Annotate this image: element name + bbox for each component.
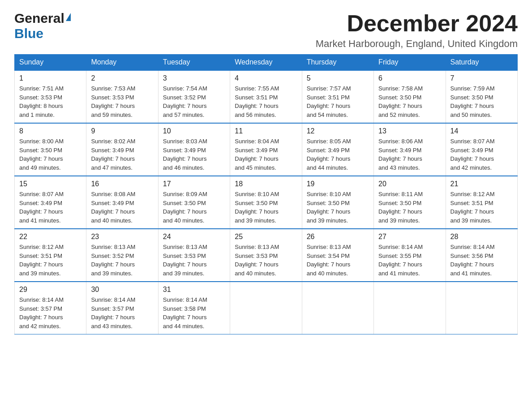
logo-general-text: General bbox=[14, 11, 64, 26]
logo-arrow-icon bbox=[66, 13, 71, 21]
day-number: 21 bbox=[450, 180, 513, 188]
logo-blue-text: Blue bbox=[14, 26, 43, 41]
calendar-day-cell: 26 Sunrise: 8:13 AMSunset: 3:54 PMDaylig… bbox=[302, 229, 373, 282]
day-info: Sunrise: 8:13 AMSunset: 3:52 PMDaylight:… bbox=[91, 243, 153, 278]
calendar-week-row: 29 Sunrise: 8:14 AMSunset: 3:57 PMDaylig… bbox=[15, 282, 518, 334]
location-title: Market Harborough, England, United Kingd… bbox=[316, 38, 518, 50]
day-number: 13 bbox=[378, 127, 441, 135]
day-info: Sunrise: 8:04 AMSunset: 3:49 PMDaylight:… bbox=[235, 137, 297, 172]
day-info: Sunrise: 7:54 AMSunset: 3:52 PMDaylight:… bbox=[163, 84, 225, 119]
calendar-day-cell: 20 Sunrise: 8:11 AMSunset: 3:50 PMDaylig… bbox=[374, 176, 446, 229]
calendar-day-cell: 2 Sunrise: 7:53 AMSunset: 3:53 PMDayligh… bbox=[86, 70, 158, 123]
day-info: Sunrise: 8:00 AMSunset: 3:50 PMDaylight:… bbox=[19, 137, 82, 172]
day-info: Sunrise: 7:55 AMSunset: 3:51 PMDaylight:… bbox=[235, 84, 297, 119]
calendar-day-cell: 7 Sunrise: 7:59 AMSunset: 3:50 PMDayligh… bbox=[446, 70, 517, 123]
calendar-week-row: 22 Sunrise: 8:12 AMSunset: 3:51 PMDaylig… bbox=[15, 229, 518, 282]
calendar-empty-cell bbox=[230, 282, 302, 334]
calendar-day-cell: 10 Sunrise: 8:03 AMSunset: 3:49 PMDaylig… bbox=[158, 123, 230, 176]
day-number: 1 bbox=[19, 74, 82, 82]
calendar-table: SundayMondayTuesdayWednesdayThursdayFrid… bbox=[14, 54, 518, 334]
day-info: Sunrise: 8:14 AMSunset: 3:57 PMDaylight:… bbox=[19, 295, 82, 330]
day-number: 29 bbox=[19, 286, 82, 294]
day-info: Sunrise: 8:10 AMSunset: 3:50 PMDaylight:… bbox=[307, 190, 369, 225]
day-number: 28 bbox=[450, 233, 513, 241]
day-number: 17 bbox=[163, 180, 225, 188]
logo: General Blue bbox=[14, 11, 71, 41]
day-number: 30 bbox=[91, 286, 153, 294]
calendar-day-cell: 8 Sunrise: 8:00 AMSunset: 3:50 PMDayligh… bbox=[15, 123, 86, 176]
day-number: 31 bbox=[163, 286, 225, 294]
day-info: Sunrise: 7:57 AMSunset: 3:51 PMDaylight:… bbox=[307, 84, 369, 119]
day-info: Sunrise: 8:13 AMSunset: 3:53 PMDaylight:… bbox=[235, 243, 297, 278]
day-number: 8 bbox=[19, 127, 82, 135]
calendar-day-cell: 19 Sunrise: 8:10 AMSunset: 3:50 PMDaylig… bbox=[302, 176, 373, 229]
day-info: Sunrise: 8:08 AMSunset: 3:49 PMDaylight:… bbox=[91, 190, 153, 225]
day-info: Sunrise: 8:12 AMSunset: 3:51 PMDaylight:… bbox=[450, 190, 513, 225]
day-number: 14 bbox=[450, 127, 513, 135]
calendar-day-cell: 30 Sunrise: 8:14 AMSunset: 3:57 PMDaylig… bbox=[86, 282, 158, 334]
day-number: 4 bbox=[235, 74, 297, 82]
weekday-header-saturday: Saturday bbox=[446, 55, 517, 71]
day-info: Sunrise: 8:14 AMSunset: 3:58 PMDaylight:… bbox=[163, 295, 225, 330]
day-number: 19 bbox=[307, 180, 369, 188]
day-info: Sunrise: 8:09 AMSunset: 3:50 PMDaylight:… bbox=[163, 190, 225, 225]
calendar-day-cell: 15 Sunrise: 8:07 AMSunset: 3:49 PMDaylig… bbox=[15, 176, 86, 229]
day-info: Sunrise: 8:13 AMSunset: 3:54 PMDaylight:… bbox=[307, 243, 369, 278]
weekday-header-monday: Monday bbox=[86, 55, 158, 71]
calendar-day-cell: 24 Sunrise: 8:13 AMSunset: 3:53 PMDaylig… bbox=[158, 229, 230, 282]
calendar-day-cell: 6 Sunrise: 7:58 AMSunset: 3:50 PMDayligh… bbox=[374, 70, 446, 123]
day-number: 3 bbox=[163, 74, 225, 82]
title-block: December 2024 Market Harborough, England… bbox=[316, 11, 518, 50]
day-info: Sunrise: 8:07 AMSunset: 3:49 PMDaylight:… bbox=[450, 137, 513, 172]
calendar-empty-cell bbox=[374, 282, 446, 334]
day-info: Sunrise: 8:06 AMSunset: 3:49 PMDaylight:… bbox=[378, 137, 441, 172]
day-number: 7 bbox=[450, 74, 513, 82]
calendar-day-cell: 14 Sunrise: 8:07 AMSunset: 3:49 PMDaylig… bbox=[446, 123, 517, 176]
weekday-header-wednesday: Wednesday bbox=[230, 55, 302, 71]
day-info: Sunrise: 8:14 AMSunset: 3:57 PMDaylight:… bbox=[91, 295, 153, 330]
calendar-week-row: 1 Sunrise: 7:51 AMSunset: 3:53 PMDayligh… bbox=[15, 70, 518, 123]
page-header: General Blue December 2024 Market Harbor… bbox=[14, 11, 518, 50]
day-number: 24 bbox=[163, 233, 225, 241]
day-number: 10 bbox=[163, 127, 225, 135]
calendar-day-cell: 1 Sunrise: 7:51 AMSunset: 3:53 PMDayligh… bbox=[15, 70, 86, 123]
day-number: 26 bbox=[307, 233, 369, 241]
day-number: 16 bbox=[91, 180, 153, 188]
day-number: 5 bbox=[307, 74, 369, 82]
calendar-week-row: 8 Sunrise: 8:00 AMSunset: 3:50 PMDayligh… bbox=[15, 123, 518, 176]
calendar-day-cell: 29 Sunrise: 8:14 AMSunset: 3:57 PMDaylig… bbox=[15, 282, 86, 334]
day-number: 27 bbox=[378, 233, 441, 241]
calendar-day-cell: 13 Sunrise: 8:06 AMSunset: 3:49 PMDaylig… bbox=[374, 123, 446, 176]
calendar-day-cell: 21 Sunrise: 8:12 AMSunset: 3:51 PMDaylig… bbox=[446, 176, 517, 229]
day-info: Sunrise: 7:59 AMSunset: 3:50 PMDaylight:… bbox=[450, 84, 513, 119]
calendar-day-cell: 28 Sunrise: 8:14 AMSunset: 3:56 PMDaylig… bbox=[446, 229, 517, 282]
calendar-day-cell: 31 Sunrise: 8:14 AMSunset: 3:58 PMDaylig… bbox=[158, 282, 230, 334]
day-info: Sunrise: 7:58 AMSunset: 3:50 PMDaylight:… bbox=[378, 84, 441, 119]
day-number: 11 bbox=[235, 127, 297, 135]
day-info: Sunrise: 7:51 AMSunset: 3:53 PMDaylight:… bbox=[19, 84, 82, 119]
calendar-day-cell: 16 Sunrise: 8:08 AMSunset: 3:49 PMDaylig… bbox=[86, 176, 158, 229]
day-number: 22 bbox=[19, 233, 82, 241]
day-number: 12 bbox=[307, 127, 369, 135]
day-info: Sunrise: 8:07 AMSunset: 3:49 PMDaylight:… bbox=[19, 190, 82, 225]
calendar-day-cell: 18 Sunrise: 8:10 AMSunset: 3:50 PMDaylig… bbox=[230, 176, 302, 229]
month-title: December 2024 bbox=[316, 11, 518, 36]
day-info: Sunrise: 8:05 AMSunset: 3:49 PMDaylight:… bbox=[307, 137, 369, 172]
calendar-day-cell: 4 Sunrise: 7:55 AMSunset: 3:51 PMDayligh… bbox=[230, 70, 302, 123]
weekday-header-row: SundayMondayTuesdayWednesdayThursdayFrid… bbox=[15, 55, 518, 71]
day-info: Sunrise: 8:03 AMSunset: 3:49 PMDaylight:… bbox=[163, 137, 225, 172]
day-number: 15 bbox=[19, 180, 82, 188]
day-info: Sunrise: 8:14 AMSunset: 3:56 PMDaylight:… bbox=[450, 243, 513, 278]
calendar-day-cell: 5 Sunrise: 7:57 AMSunset: 3:51 PMDayligh… bbox=[302, 70, 373, 123]
calendar-day-cell: 17 Sunrise: 8:09 AMSunset: 3:50 PMDaylig… bbox=[158, 176, 230, 229]
day-number: 9 bbox=[91, 127, 153, 135]
day-info: Sunrise: 8:10 AMSunset: 3:50 PMDaylight:… bbox=[235, 190, 297, 225]
calendar-day-cell: 11 Sunrise: 8:04 AMSunset: 3:49 PMDaylig… bbox=[230, 123, 302, 176]
calendar-day-cell: 12 Sunrise: 8:05 AMSunset: 3:49 PMDaylig… bbox=[302, 123, 373, 176]
day-info: Sunrise: 8:14 AMSunset: 3:55 PMDaylight:… bbox=[378, 243, 441, 278]
weekday-header-sunday: Sunday bbox=[15, 55, 86, 71]
calendar-day-cell: 22 Sunrise: 8:12 AMSunset: 3:51 PMDaylig… bbox=[15, 229, 86, 282]
day-info: Sunrise: 8:11 AMSunset: 3:50 PMDaylight:… bbox=[378, 190, 441, 225]
day-info: Sunrise: 8:02 AMSunset: 3:49 PMDaylight:… bbox=[91, 137, 153, 172]
weekday-header-tuesday: Tuesday bbox=[158, 55, 230, 71]
